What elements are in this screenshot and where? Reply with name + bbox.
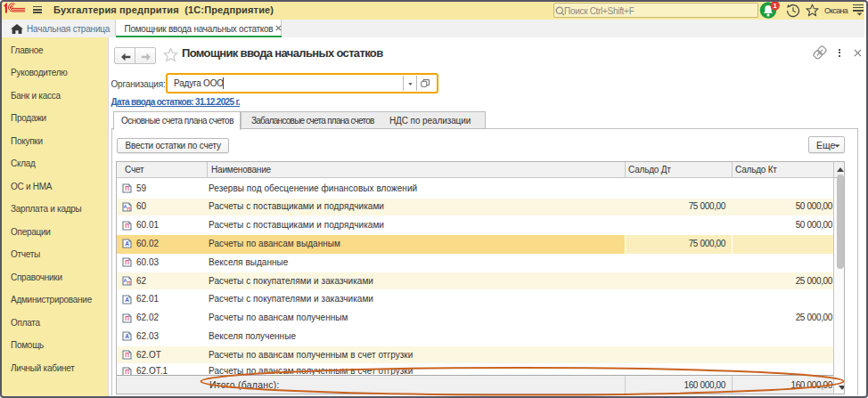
svg-text:П: П — [127, 280, 130, 286]
svg-text:П: П — [125, 223, 129, 229]
svg-text:П: П — [125, 369, 129, 375]
svg-text:А: А — [125, 334, 129, 340]
svg-text:А: А — [125, 241, 129, 248]
svg-text:А: А — [125, 296, 129, 303]
svg-text:1: 1 — [774, 2, 777, 10]
svg-text:П: П — [125, 259, 129, 265]
svg-text:П: П — [127, 207, 130, 212]
svg-text:П: П — [125, 352, 129, 358]
svg-text:П: П — [125, 315, 129, 321]
svg-text:П: П — [125, 185, 129, 191]
